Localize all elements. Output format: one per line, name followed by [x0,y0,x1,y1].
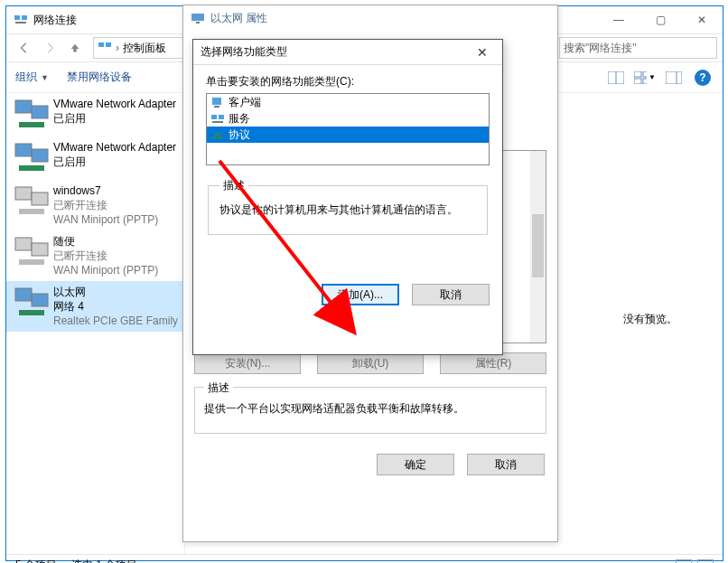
scrollbar[interactable] [530,151,546,342]
connection-name: windows7 [53,183,158,198]
protocol-icon [210,128,225,141]
svg-rect-13 [15,100,32,113]
selection-count: 选中 1 个项目 [71,558,137,563]
connection-state: 已启用 [53,111,179,126]
add-button[interactable]: 添加(A)... [322,284,399,305]
connection-name: 随便 [53,234,158,249]
connection-list[interactable]: VMware Network Adapter VMnet1 已启用 VMware… [6,93,185,554]
svg-rect-27 [19,310,44,315]
svg-rect-26 [32,294,48,306]
app-icon [14,13,28,27]
description-text: 提供一个平台以实现网络适配器负载平衡和故障转移。 [204,401,537,417]
service-icon [210,112,225,125]
feature-type-list[interactable]: 客户端服务协议 [206,93,490,165]
dialog-titlebar[interactable]: 以太网 属性 [183,5,557,31]
connection-state: 已断开连接 [53,198,158,212]
feature-type-item[interactable]: 服务 [207,110,489,127]
svg-rect-3 [98,42,104,47]
svg-rect-23 [32,243,48,256]
install-button[interactable]: 安装(N)... [194,352,301,374]
cancel-button[interactable]: 取消 [412,284,490,305]
svg-rect-16 [15,144,32,156]
description-label: 描述 [204,380,233,396]
uninstall-button[interactable]: 卸载(U) [317,352,424,374]
svg-rect-15 [19,122,44,127]
connection-name: VMware Network Adapter VMnet1 [53,97,179,111]
svg-rect-18 [19,165,44,171]
feature-type-item[interactable]: 客户端 [207,94,489,110]
minimize-button[interactable]: — [598,6,639,33]
adapter-icon [14,285,53,321]
search-input[interactable]: 搜索"网络连接" [559,37,717,59]
close-button[interactable]: ✕ [681,6,723,33]
close-button[interactable]: ✕ [470,45,495,60]
client-icon [210,96,225,108]
adapter-icon [14,140,53,176]
window-controls: — ▢ ✕ [598,6,723,33]
disable-device-cmd[interactable]: 禁用网络设备 [67,70,132,85]
cancel-button[interactable]: 取消 [467,454,545,475]
description-group: 描述 协议是你的计算机用来与其他计算机通信的语言。 [208,178,488,235]
svg-rect-10 [643,79,647,84]
svg-rect-9 [634,79,641,84]
svg-rect-1 [22,15,27,20]
feature-type-label: 服务 [229,111,250,127]
view-mode-button[interactable]: ▼ [634,67,656,89]
nav-back-button[interactable] [12,35,37,61]
connection-state: 已断开连接 [53,249,158,263]
ok-button[interactable]: 确定 [377,454,454,475]
connection-item[interactable]: 以太网 网络 4 Realtek PCIe GBE Family Control… [6,281,184,332]
view-icon-details[interactable] [676,559,692,564]
adapter-icon [14,97,53,133]
connection-item[interactable]: 随便 已断开连接 WAN Miniport (PPTP) [6,230,184,281]
dialog-title: 以太网 属性 [210,11,267,26]
svg-rect-8 [643,71,647,77]
svg-rect-25 [15,288,32,301]
svg-rect-2 [15,22,26,23]
instruction-label: 单击要安装的网络功能类型(C): [206,74,490,89]
svg-rect-28 [191,14,204,21]
no-preview-label: 没有预览。 [623,312,677,327]
connection-item[interactable]: windows7 已断开连接 WAN Miniport (PPTP) [6,180,184,230]
svg-rect-11 [666,71,682,84]
properties-button[interactable]: 属性(R) [440,352,546,374]
nav-up-button[interactable] [62,35,88,61]
adapter-icon [191,11,205,25]
adapter-icon [14,183,53,220]
connection-item[interactable]: VMware Network Adapter VMnet8 已启用 [6,136,184,180]
connection-name: VMware Network Adapter VMnet8 [53,140,179,155]
svg-rect-34 [212,121,223,123]
view-layout-wide-icon[interactable] [605,67,627,89]
svg-rect-7 [634,71,641,77]
svg-rect-14 [32,106,48,118]
location-icon [98,40,112,57]
feature-type-item[interactable]: 协议 [207,127,489,143]
dialog-buttons: 确定 取消 [183,445,557,475]
dialog-title: 选择网络功能类型 [201,44,470,60]
svg-rect-30 [212,98,221,105]
dialog-titlebar[interactable]: 选择网络功能类型 ✕ [193,40,502,65]
help-button[interactable]: ? [692,67,714,89]
maximize-button[interactable]: ▢ [639,6,681,33]
adapter-icon [14,234,53,270]
scroll-thumb[interactable] [532,214,544,277]
chevron-down-icon: ▼ [41,73,49,82]
connection-state: 已启用 [53,155,179,169]
nav-forward-button[interactable] [37,35,62,61]
svg-rect-17 [32,149,48,162]
svg-rect-4 [106,42,111,47]
preview-pane-button[interactable] [663,67,685,89]
view-icon-large[interactable] [697,559,714,564]
right-icon-group: ▼ ? [605,67,714,89]
item-count: 5 个项目 [15,558,57,563]
svg-rect-19 [15,187,32,200]
dialog-buttons: 添加(A)... 取消 [193,284,502,305]
svg-rect-32 [211,115,217,119]
connection-item[interactable]: VMware Network Adapter VMnet1 已启用 [6,93,184,136]
svg-rect-22 [15,238,32,250]
svg-rect-21 [19,209,44,214]
svg-rect-33 [219,115,224,119]
breadcrumb-segment[interactable]: 控制面板 [123,41,166,56]
feature-type-label: 客户端 [229,95,261,110]
organize-menu[interactable]: 组织▼ [15,70,49,85]
